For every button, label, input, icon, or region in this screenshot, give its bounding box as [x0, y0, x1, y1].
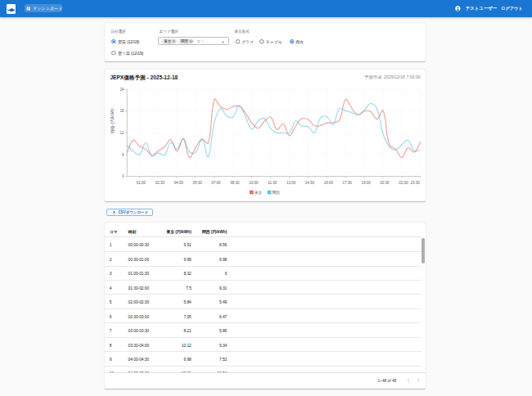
- svg-text:23:30: 23:30: [411, 181, 421, 185]
- svg-text:10:00: 10:00: [249, 181, 259, 185]
- svg-text:価格 (円/kWh): 価格 (円/kWh): [110, 108, 115, 134]
- svg-text:22:00: 22:00: [399, 181, 409, 185]
- svg-text:05:30: 05:30: [193, 181, 203, 185]
- svg-text:08:30: 08:30: [231, 181, 241, 185]
- svg-text:東京: 東京: [255, 191, 263, 195]
- svg-text:07:00: 07:00: [212, 181, 222, 185]
- svg-text:17:30: 17:30: [343, 181, 353, 185]
- svg-text:12: 12: [120, 131, 125, 135]
- svg-text:13:00: 13:00: [286, 181, 296, 185]
- svg-text:16:00: 16:00: [324, 181, 334, 185]
- svg-text:02:30: 02:30: [156, 181, 165, 185]
- svg-text:14:30: 14:30: [305, 181, 315, 185]
- svg-text:01:00: 01:00: [137, 181, 147, 185]
- svg-text:18: 18: [120, 109, 125, 113]
- svg-text:04:00: 04:00: [174, 181, 184, 185]
- svg-text:11:30: 11:30: [268, 181, 277, 185]
- svg-text:19:00: 19:00: [362, 181, 372, 185]
- svg-text:6: 6: [122, 152, 124, 156]
- svg-text:20:30: 20:30: [381, 181, 390, 185]
- svg-text:24: 24: [120, 88, 125, 92]
- svg-text:関西: 関西: [273, 191, 281, 196]
- svg-text:0: 0: [122, 174, 124, 178]
